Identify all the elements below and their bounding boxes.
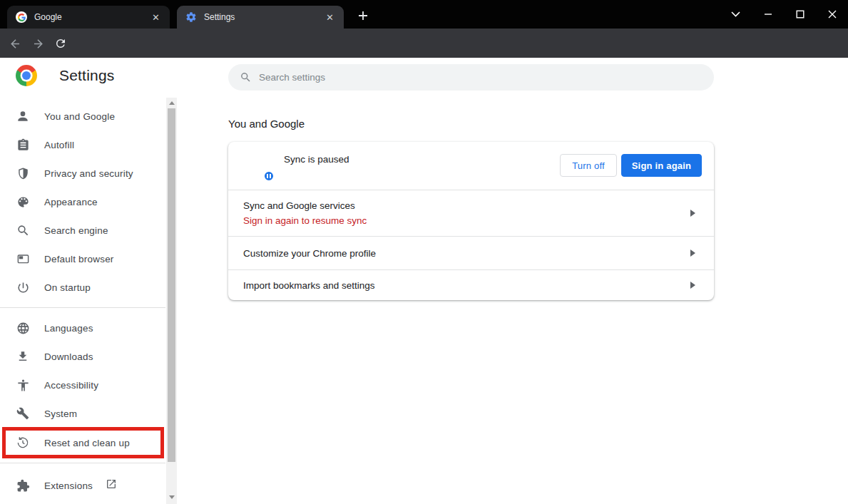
back-button[interactable] — [6, 34, 24, 53]
scrollbar-thumb[interactable] — [168, 108, 175, 462]
gear-favicon-icon — [185, 11, 197, 23]
page-title: Settings — [59, 67, 114, 84]
reload-icon — [54, 37, 67, 50]
row-title: Customize your Chrome profile — [243, 248, 376, 259]
search-settings-input[interactable] — [259, 72, 703, 83]
chevron-right-icon — [690, 207, 695, 220]
scroll-down-icon[interactable] — [166, 492, 177, 502]
puzzle-icon — [16, 478, 30, 493]
forward-button[interactable] — [29, 34, 47, 53]
tab-strip: Google ✕ Settings ✕ — [0, 0, 848, 29]
maximize-icon — [796, 10, 804, 19]
sidebar-item-label: Autofill — [44, 140, 74, 150]
chevron-right-icon — [690, 247, 695, 259]
customize-chrome-profile-row[interactable]: Customize your Chrome profile — [228, 237, 714, 269]
chevron-right-icon — [690, 279, 695, 292]
accessibility-icon — [16, 378, 30, 392]
sidebar-item-label: Downloads — [44, 351, 93, 362]
search-icon — [240, 71, 252, 83]
minimize-button[interactable] — [752, 0, 784, 29]
sidebar-item-label: On startup — [44, 282, 91, 293]
sync-paused-badge-icon — [263, 170, 275, 182]
sidebar-item-label: Search engine — [44, 225, 108, 236]
sidebar-item-label: Languages — [44, 323, 93, 334]
settings-page: Settings You and Google Autofill Privacy… — [0, 58, 848, 504]
section-title: You and Google — [228, 118, 305, 130]
sign-in-again-button[interactable]: Sign in again — [621, 154, 702, 177]
chrome-logo-icon — [16, 65, 37, 86]
sidebar-item-on-startup[interactable]: On startup — [0, 273, 165, 302]
forward-arrow-icon — [31, 37, 45, 51]
tab-settings[interactable]: Settings ✕ — [177, 6, 344, 29]
sync-status-row: Sync is paused Turn off Sign in again — [228, 142, 714, 190]
browser-window-icon — [16, 252, 30, 266]
external-link-icon — [106, 478, 117, 493]
sidebar-item-label: System — [44, 408, 77, 419]
row-title: Import bookmarks and settings — [243, 280, 375, 291]
you-and-google-card: Sync is paused Turn off Sign in again Sy… — [228, 142, 714, 300]
row-subtitle: Sign in again to resume sync — [243, 215, 367, 226]
window-chevron-button[interactable] — [720, 0, 752, 29]
sidebar-item-label: Appearance — [44, 197, 98, 207]
sidebar-item-extensions[interactable]: Extensions — [0, 471, 165, 500]
sidebar-item-label: Accessibility — [44, 380, 98, 391]
window-controls — [720, 0, 848, 29]
plus-icon — [358, 11, 368, 21]
close-icon — [828, 10, 837, 19]
sidebar-divider — [0, 307, 165, 308]
reload-button[interactable] — [51, 34, 70, 53]
turn-off-button[interactable]: Turn off — [560, 154, 617, 177]
tab-close-icon[interactable]: ✕ — [150, 11, 161, 24]
chevron-down-icon — [731, 11, 740, 17]
settings-header: Settings — [16, 65, 114, 86]
shield-icon — [16, 166, 30, 180]
close-window-button[interactable] — [816, 0, 848, 29]
sidebar-item-downloads[interactable]: Downloads — [0, 342, 165, 371]
sidebar-item-languages[interactable]: Languages — [0, 314, 165, 342]
sidebar-scrollbar[interactable] — [166, 98, 177, 504]
back-arrow-icon — [9, 37, 22, 51]
sidebar-item-privacy-and-security[interactable]: Privacy and security — [0, 159, 165, 187]
browser-toolbar: Chrome chrome:// settings G — [0, 29, 848, 58]
search-icon — [16, 223, 30, 237]
globe-icon — [16, 321, 30, 335]
import-bookmarks-row[interactable]: Import bookmarks and settings — [228, 270, 714, 300]
sidebar-item-label: Extensions — [44, 480, 93, 491]
google-favicon-icon — [16, 11, 27, 23]
sidebar-item-default-browser[interactable]: Default browser — [0, 245, 165, 273]
sidebar-item-label: You and Google — [44, 111, 115, 122]
sidebar-item-label: Privacy and security — [44, 168, 133, 179]
sync-and-google-services-row[interactable]: Sync and Google services Sign in again t… — [228, 190, 714, 236]
tab-close-icon[interactable]: ✕ — [325, 11, 335, 24]
tab-title: Google — [34, 12, 150, 22]
annotation-box — [2, 427, 164, 458]
sidebar-item-label: Default browser — [44, 254, 114, 264]
sidebar-item-autofill[interactable]: Autofill — [0, 130, 165, 159]
row-title: Sync and Google services — [243, 200, 355, 211]
sidebar-item-system[interactable]: System — [0, 399, 165, 428]
google-g-icon — [18, 14, 26, 21]
power-icon — [16, 280, 30, 294]
clipboard-icon — [16, 138, 30, 152]
sidebar-item-appearance[interactable]: Appearance — [0, 187, 165, 216]
tab-google[interactable]: Google ✕ — [7, 6, 170, 29]
minimize-icon — [764, 10, 772, 19]
search-settings-box[interactable] — [228, 64, 714, 91]
browser-window: Google ✕ Settings ✕ — [0, 0, 848, 504]
person-icon — [16, 109, 30, 123]
tab-title: Settings — [204, 12, 325, 22]
new-tab-button[interactable] — [354, 6, 372, 25]
wrench-icon — [16, 406, 30, 421]
scroll-up-icon[interactable] — [166, 98, 177, 108]
palette-icon — [16, 195, 30, 209]
sidebar-item-accessibility[interactable]: Accessibility — [0, 371, 165, 399]
sync-status-text: Sync is paused — [284, 154, 349, 165]
sidebar-item-you-and-google[interactable]: You and Google — [0, 102, 165, 130]
sidebar-item-search-engine[interactable]: Search engine — [0, 216, 165, 245]
maximize-button[interactable] — [784, 0, 816, 29]
sidebar-divider — [0, 463, 165, 463]
download-icon — [16, 349, 30, 364]
